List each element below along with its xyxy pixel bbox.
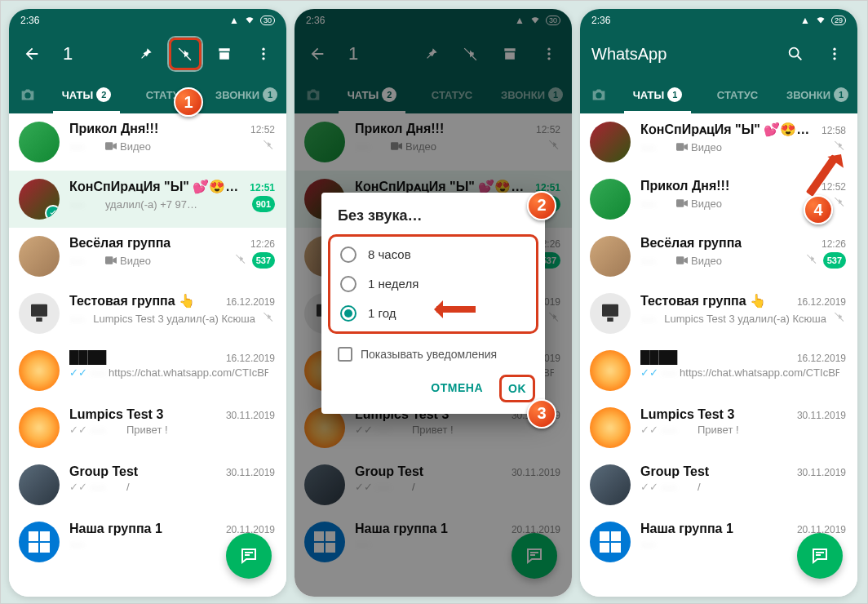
callout-1: 1 bbox=[174, 87, 203, 117]
ok-button[interactable]: OK bbox=[499, 375, 535, 402]
show-notifications-checkbox[interactable]: Показывать уведомления bbox=[321, 339, 545, 370]
new-chat-fab[interactable] bbox=[226, 533, 272, 579]
pin-icon[interactable] bbox=[130, 38, 162, 70]
search-icon[interactable] bbox=[779, 38, 812, 70]
read-ticks-icon: ✓✓ bbox=[69, 424, 87, 436]
chat-row[interactable]: Тестовая группа 👆16.12.2019····· Lumpics… bbox=[9, 285, 286, 342]
annotation-arrow bbox=[794, 149, 851, 198]
chat-time: 12:26 bbox=[822, 238, 846, 250]
chat-row[interactable]: Group Test30.11.2019✓✓ ····· / bbox=[580, 456, 857, 513]
back-icon[interactable] bbox=[16, 38, 48, 70]
radio-8h[interactable]: 8 часов bbox=[337, 240, 529, 269]
chat-time: 16.12.2019 bbox=[226, 353, 275, 364]
mute-icon[interactable] bbox=[169, 38, 202, 70]
chat-name: Весёлая группа bbox=[69, 236, 170, 251]
avatar bbox=[19, 407, 60, 448]
selection-header: 1 bbox=[9, 32, 286, 76]
radio-1year[interactable]: 1 год bbox=[337, 299, 529, 328]
svg-point-1 bbox=[262, 52, 264, 55]
chat-name: КᴏнСпИрᴀцИя "Ы" 💕😍😋😜 bbox=[69, 179, 243, 194]
chat-row[interactable]: Весёлая группа12:26····· Видео537 bbox=[580, 228, 857, 285]
chat-time: 12:26 bbox=[250, 238, 275, 250]
tab-calls[interactable]: ЗВОНКИ1 bbox=[206, 76, 286, 113]
chat-subtitle: ····· Видео bbox=[640, 255, 722, 267]
chat-row[interactable]: Весёлая группа12:26····· Видео537 bbox=[9, 228, 286, 285]
signal-icon: ▲ bbox=[229, 15, 239, 26]
chat-list[interactable]: Прикол Дня!!!12:52····· ВидеоКᴏнСпИрᴀцИя… bbox=[9, 113, 286, 597]
chat-subtitle: ✓✓ ····· Привет ! bbox=[69, 424, 168, 436]
unread-badge: 537 bbox=[823, 252, 846, 269]
chat-time: 30.11.2019 bbox=[797, 410, 846, 421]
chat-row[interactable]: Lumpics Test 330.11.2019✓✓ ····· Привет … bbox=[9, 399, 286, 456]
chats-badge: 1 bbox=[667, 87, 682, 102]
chat-name: Тестовая группа 👆 bbox=[640, 293, 766, 309]
avatar bbox=[19, 122, 60, 162]
new-chat-fab[interactable] bbox=[797, 533, 843, 579]
avatar bbox=[590, 522, 631, 562]
chat-row[interactable]: Group Test30.11.2019✓✓ ····· / bbox=[9, 456, 286, 513]
video-icon bbox=[676, 255, 688, 267]
svg-rect-18 bbox=[676, 143, 684, 150]
dialog-actions: ОТМЕНА OK bbox=[321, 370, 545, 407]
avatar bbox=[590, 236, 631, 277]
status-bar: 2:36 ▲ 30 bbox=[9, 9, 286, 32]
chat-name: Прикол Дня!!! bbox=[69, 122, 158, 136]
svg-rect-4 bbox=[105, 256, 113, 264]
chat-row[interactable]: Lumpics Test 330.11.2019✓✓ ····· Привет … bbox=[580, 399, 857, 456]
chat-time: 16.12.2019 bbox=[226, 296, 275, 308]
chat-row[interactable]: ████16.12.2019✓✓ ····· https://chat.what… bbox=[9, 342, 286, 399]
chat-name: ████ bbox=[640, 350, 738, 365]
archive-icon[interactable] bbox=[208, 38, 241, 70]
radio-icon bbox=[340, 276, 356, 292]
chat-name: КᴏнСпИрᴀцИя "Ы" 💕😍😋😜 bbox=[640, 122, 815, 137]
more-icon[interactable] bbox=[818, 38, 851, 70]
cancel-button[interactable]: ОТМЕНА bbox=[423, 375, 491, 402]
muted-icon bbox=[262, 138, 275, 154]
avatar bbox=[590, 350, 631, 391]
tab-calls[interactable]: ЗВОНКИ1 bbox=[777, 76, 857, 113]
avatar bbox=[19, 464, 60, 505]
chat-time: 30.11.2019 bbox=[226, 467, 275, 478]
avatar bbox=[19, 293, 60, 334]
muted-icon bbox=[262, 310, 275, 326]
chat-row[interactable]: ████16.12.2019✓✓ ····· https://chat.what… bbox=[580, 342, 857, 399]
chat-subtitle: ····· Lumpics Test 3 удалил(-а) Ксюша bbox=[69, 313, 255, 325]
radio-icon bbox=[340, 246, 356, 263]
chat-name: Прикол Дня!!! bbox=[640, 179, 729, 193]
avatar bbox=[590, 122, 631, 162]
chat-name: Lumpics Test 3 bbox=[69, 407, 163, 422]
svg-rect-6 bbox=[36, 318, 42, 322]
avatar bbox=[19, 522, 60, 562]
chat-row[interactable]: Прикол Дня!!!12:52····· Видео bbox=[9, 113, 286, 171]
read-ticks-icon: ✓✓ bbox=[69, 481, 87, 493]
tab-bar: ЧАТЫ2 СТАТУС ЗВОНКИ1 bbox=[9, 76, 286, 113]
chat-subtitle: ····· Видео bbox=[640, 141, 722, 153]
app-header: WhatsApp bbox=[580, 32, 857, 76]
chat-time: 12:52 bbox=[250, 124, 275, 135]
signal-icon: ▲ bbox=[800, 15, 810, 26]
chat-row[interactable]: КᴏнСпИрᴀцИя "Ы" 💕😍😋😜12:51····· удалил(-а… bbox=[9, 171, 286, 228]
tab-camera[interactable] bbox=[580, 86, 618, 104]
read-ticks-icon: ✓✓ bbox=[640, 424, 658, 436]
callout-3: 3 bbox=[527, 399, 556, 429]
chat-time: 30.11.2019 bbox=[226, 410, 275, 421]
dialog-title: Без звука… bbox=[321, 207, 545, 231]
chat-name: Group Test bbox=[640, 464, 709, 479]
svg-rect-3 bbox=[105, 142, 113, 149]
tab-status[interactable]: СТАТУС bbox=[698, 76, 777, 113]
muted-icon bbox=[234, 252, 247, 269]
radio-1week[interactable]: 1 неделя bbox=[337, 269, 529, 299]
tab-chats[interactable]: ЧАТЫ2 bbox=[46, 76, 126, 113]
chat-name: Весёлая группа bbox=[640, 236, 742, 251]
chat-row[interactable]: Тестовая группа 👆16.12.2019····· Lumpics… bbox=[580, 285, 857, 342]
avatar bbox=[590, 179, 631, 220]
selected-check-icon bbox=[45, 205, 60, 220]
muted-icon bbox=[833, 310, 846, 326]
tab-chats[interactable]: ЧАТЫ1 bbox=[618, 76, 698, 113]
tab-camera[interactable] bbox=[9, 86, 46, 104]
chat-subtitle: ····· Lumpics Test 3 удалил(-а) Ксюша bbox=[640, 313, 826, 325]
svg-point-2 bbox=[262, 57, 264, 60]
clock: 2:36 bbox=[20, 15, 39, 26]
read-ticks-icon: ✓✓ bbox=[640, 481, 658, 493]
more-icon[interactable] bbox=[247, 38, 280, 70]
